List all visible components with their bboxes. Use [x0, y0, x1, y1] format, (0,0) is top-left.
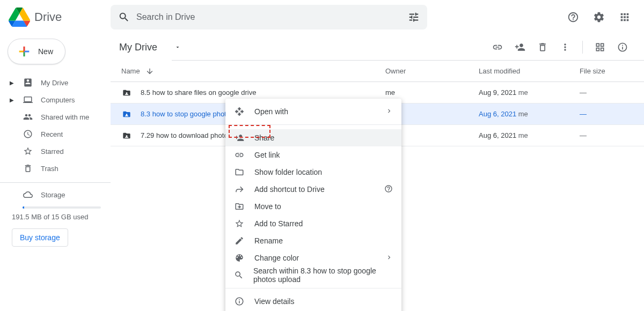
file-modified: Aug 9, 2021 me: [479, 88, 580, 97]
menu-search-within[interactable]: Search within 8.3 how to stop google pho…: [225, 266, 401, 284]
link-icon: [234, 150, 245, 160]
help-button[interactable]: [562, 6, 584, 28]
sidebar-item-storage[interactable]: Storage: [6, 186, 111, 203]
chevron-right-icon: [385, 254, 393, 263]
sidebar-item-label: Starred: [41, 147, 64, 156]
open-with-icon: [234, 107, 245, 116]
sidebar-item-recent[interactable]: Recent: [6, 125, 111, 143]
location-bar: My Drive: [111, 34, 644, 60]
people-icon: [23, 112, 33, 122]
file-modified: Aug 6, 2021 me: [479, 110, 580, 118]
svg-point-0: [126, 92, 128, 94]
logo-area[interactable]: Drive: [9, 6, 111, 28]
svg-point-2: [126, 135, 128, 137]
menu-rename[interactable]: Rename: [225, 232, 401, 249]
svg-point-1: [126, 114, 128, 115]
search-input[interactable]: [136, 12, 401, 22]
search-bar[interactable]: [111, 5, 427, 29]
file-modified: Aug 6, 2021 me: [479, 131, 580, 139]
menu-folder-location[interactable]: Show folder location: [225, 164, 401, 181]
sidebar-item-label: Trash: [41, 165, 58, 173]
search-icon: [118, 11, 130, 23]
table-header: Name Owner Last modified File size: [111, 61, 644, 82]
clock-icon: [23, 129, 33, 139]
shortcut-icon: [234, 184, 245, 194]
sidebar-item-label: Computers: [41, 96, 75, 104]
sidebar-item-label: Shared with me: [41, 113, 89, 121]
file-size: —: [580, 131, 633, 139]
file-size: —: [580, 110, 633, 118]
location-dropdown[interactable]: My Drive: [116, 40, 184, 55]
sidebar-item-label: My Drive: [41, 79, 68, 87]
tune-icon[interactable]: [408, 11, 420, 23]
storage-text: 191.5 MB of 15 GB used: [12, 213, 111, 221]
buy-storage-button[interactable]: Buy storage: [12, 228, 68, 247]
storage-bar: [23, 206, 101, 209]
sidebar-item-mydrive[interactable]: ▶My Drive: [6, 74, 111, 91]
file-size: —: [580, 88, 633, 97]
link-button[interactable]: [487, 36, 508, 58]
col-name-header[interactable]: Name: [121, 67, 385, 76]
sidebar-item-shared[interactable]: Shared with me: [6, 108, 111, 125]
sidebar-item-trash[interactable]: Trash: [6, 160, 111, 177]
caret-down-icon: [174, 44, 181, 50]
info-icon: [234, 297, 245, 306]
header: Drive: [0, 0, 644, 34]
menu-add-shortcut[interactable]: Add shortcut to Drive: [225, 181, 401, 198]
move-icon: [234, 202, 245, 211]
file-owner: me: [385, 88, 479, 97]
more-button[interactable]: [554, 36, 576, 58]
file-name: 8.5 how to share files on google drive: [141, 88, 256, 97]
col-owner-header[interactable]: Owner: [385, 67, 479, 75]
sidebar-item-starred[interactable]: Starred: [6, 143, 111, 160]
menu-share[interactable]: Share: [225, 129, 401, 146]
logo-text: Drive: [34, 10, 62, 24]
divider: [0, 182, 111, 183]
folder-icon: [234, 167, 245, 177]
menu-open-with[interactable]: Open with: [225, 103, 401, 120]
toolbar: [487, 36, 633, 58]
new-button[interactable]: New: [8, 39, 65, 64]
context-menu: Open with Share Get link Show folder loc…: [225, 99, 401, 311]
grid-view-button[interactable]: [589, 36, 611, 58]
new-button-label: New: [38, 47, 53, 56]
sidebar-item-computers[interactable]: ▶Computers: [6, 91, 111, 108]
col-modified-header[interactable]: Last modified: [479, 67, 580, 75]
separator: [582, 41, 583, 54]
edit-icon: [234, 236, 245, 246]
apps-button[interactable]: [614, 6, 635, 28]
sidebar-item-label: Storage: [41, 191, 65, 199]
menu-view-details[interactable]: View details: [225, 293, 401, 310]
menu-get-link[interactable]: Get link: [225, 146, 401, 164]
help-icon: [384, 184, 393, 195]
sidebar-item-label: Recent: [41, 130, 63, 138]
trash-icon: [23, 164, 33, 173]
share-button[interactable]: [509, 36, 531, 58]
delete-button[interactable]: [532, 36, 553, 58]
plus-icon: [17, 44, 32, 59]
drive-logo-icon: [9, 6, 30, 28]
computer-icon: [23, 95, 33, 105]
settings-button[interactable]: [588, 6, 610, 28]
arrow-down-icon: [145, 67, 154, 76]
menu-add-starred[interactable]: Add to Starred: [225, 215, 401, 232]
sidebar: New ▶My Drive ▶Computers Shared with me …: [0, 34, 111, 311]
star-icon: [234, 219, 245, 228]
menu-move-to[interactable]: Move to: [225, 198, 401, 215]
menu-change-color[interactable]: Change color: [225, 249, 401, 266]
palette-icon: [234, 253, 245, 263]
drive-icon: [23, 78, 33, 87]
search-icon: [234, 270, 244, 280]
star-icon: [23, 146, 33, 156]
header-actions: [562, 6, 635, 28]
person-add-icon: [234, 133, 245, 143]
chevron-right-icon: [385, 107, 393, 116]
location-title: My Drive: [119, 42, 157, 53]
col-size-header[interactable]: File size: [580, 67, 633, 75]
info-button[interactable]: [612, 36, 633, 58]
cloud-icon: [23, 190, 33, 199]
